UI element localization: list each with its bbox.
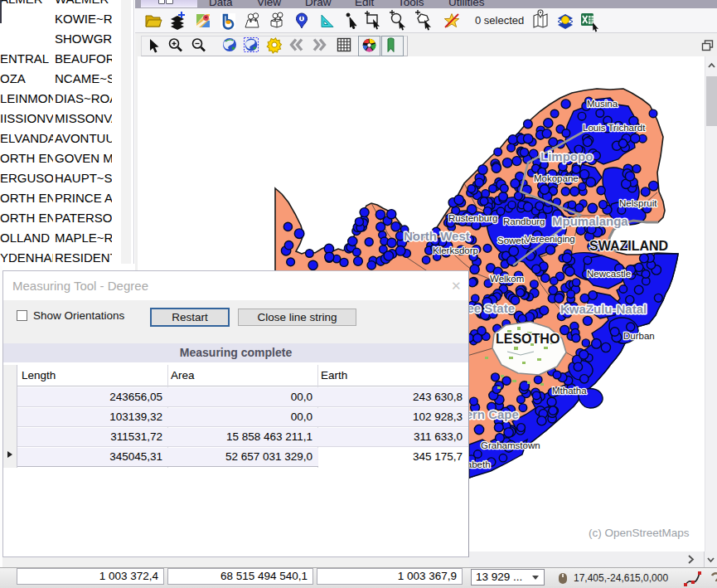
svg-text:LESOTHO: LESOTHO [496,332,560,346]
svg-text:Grahamstown: Grahamstown [481,440,540,450]
svg-text:Mokopane: Mokopane [534,173,579,183]
svg-text:Durban: Durban [623,331,655,341]
svg-text:Welkom: Welkom [490,274,524,284]
svg-text:North West: North West [404,229,470,243]
svg-text:SWAZILAND: SWAZILAND [589,239,668,253]
svg-text:Mthatha: Mthatha [552,386,587,396]
svg-text:Mpumalanga: Mpumalanga [552,214,628,228]
svg-text:KwaZulu-Natal: KwaZulu-Natal [560,302,647,316]
svg-text:Louis Trichardt: Louis Trichardt [583,123,646,133]
svg-text:0 selected: 0 selected [475,14,524,27]
svg-text:Randburg: Randburg [503,216,545,226]
svg-text:Limpopo: Limpopo [540,149,593,163]
svg-text:Klerksdorp: Klerksdorp [433,245,478,255]
svg-text:Musina: Musina [587,99,618,109]
svg-text:Nelspruit: Nelspruit [619,198,657,208]
svg-text:(c) OpenStreetMaps: (c) OpenStreetMaps [589,527,690,539]
svg-text:Newcastle: Newcastle [587,269,631,279]
svg-text:Rustenburg: Rustenburg [448,213,497,223]
svg-text:Vereeniging: Vereeniging [525,234,575,244]
